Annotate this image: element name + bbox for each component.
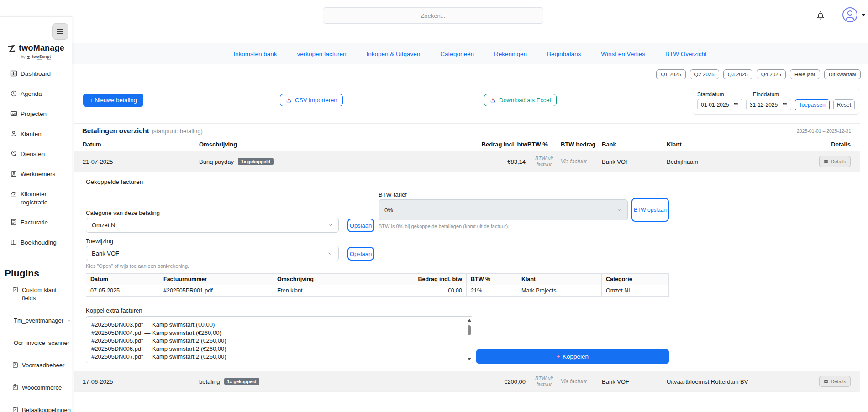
sidebar-item-klanten[interactable]: Klanten [10, 130, 72, 138]
app-root: { "topbar": { "search_placeholder": "Zoe… [0, 0, 868, 412]
row-btw-bedrag: Via factuur [561, 158, 602, 165]
book-icon [10, 239, 17, 246]
row-datum: 21-07-2025 [83, 158, 199, 165]
calendar-icon [733, 102, 739, 108]
sidebar-item-boekhouding[interactable]: Boekhouding [10, 239, 72, 247]
clipboard-icon [12, 361, 19, 368]
startdatum-label: Startdatum [697, 91, 724, 98]
plugin-item-clipped[interactable]: Betaalkoppelingen [12, 406, 72, 412]
period-range: 2025-01-01 – 2025-12-31 [797, 128, 851, 134]
sidebar-item-projecten[interactable]: Projecten [10, 110, 72, 118]
card-subtitle: (startpunt: betaling) [152, 128, 203, 135]
whole-year-button[interactable]: Hele jaar [790, 69, 820, 79]
row-omschrijving: Bunq payday1x gekoppeld [199, 158, 452, 165]
sidebar-item-dashboard[interactable]: Dashboard [10, 70, 72, 78]
logo-subtitle: by twoScript [0, 54, 72, 60]
listbox-scrollbar[interactable] [466, 317, 473, 363]
koppel-extra-label: Koppel extra facturen [86, 307, 142, 314]
scroll-up-icon[interactable] [468, 319, 471, 322]
toewijzing-save-button[interactable]: Opslaan [347, 247, 374, 261]
apply-button[interactable]: Toepassen [795, 99, 830, 110]
new-payment-button[interactable]: + Nieuwe betaling [83, 94, 143, 107]
topbar [0, 0, 868, 43]
plugin-item-woocommerce[interactable]: Woocommerce [12, 384, 72, 392]
sidebar-item-facturatie[interactable]: Facturatie [10, 219, 72, 227]
plugin-item-voorraadbeheer[interactable]: Voorraadbeheer [12, 361, 72, 370]
notifications-bell-icon[interactable] [815, 10, 826, 21]
invoice-option[interactable]: #202505DN006.pdf — Kamp swimstart 2 (€26… [86, 345, 473, 353]
search-input[interactable] [323, 7, 543, 24]
invoice-option[interactable]: #202505DN003.pdf — Kamp swimstart (€0,00… [86, 321, 473, 329]
tab-beginbalans[interactable]: Beginbalans [547, 51, 581, 57]
sidebar-item-agenda[interactable]: Agenda [10, 90, 72, 98]
menu-toggle-button[interactable] [52, 23, 68, 40]
details-icon [824, 379, 828, 384]
btw-save-button[interactable]: BTW opslaan [631, 198, 669, 222]
scrollbar-thumb[interactable] [468, 325, 471, 335]
tab-winst-en-verlies[interactable]: Winst en Verlies [601, 51, 645, 57]
linked-invoices-header: Datum Factuurnummer Omschrijving Bedrag … [86, 274, 668, 285]
kilometer-icon [10, 190, 17, 198]
details-button[interactable]: Details [819, 376, 851, 387]
download-icon [490, 97, 496, 103]
row-btw-pct: BTW uitfactuur [527, 156, 561, 167]
excel-download-button[interactable]: Download als Excel [484, 94, 557, 106]
payment-row[interactable]: 21-07-2025 Bunq payday1x gekoppeld €83,1… [74, 151, 860, 172]
koppelen-button[interactable]: +Koppelen [476, 349, 669, 364]
invoice-option[interactable]: #202505DN008.pdf — Kamp swimstart 2 (€26… [86, 361, 473, 364]
linked-invoices-title: Gekoppelde facturen [86, 178, 143, 185]
btw-tarief-select[interactable]: 0% [379, 199, 628, 220]
sidebar-item-werknemers[interactable]: Werknemers [10, 170, 72, 178]
quarter-q1-button[interactable]: Q1 2025 [656, 69, 685, 79]
details-button[interactable]: Details [819, 156, 851, 167]
sidebar-item-diensten[interactable]: Diensten [10, 150, 72, 158]
plugin-item-tm-eventmanager[interactable]: Tm_eventmanager [12, 317, 72, 325]
row-bank: Bank VOF [602, 158, 667, 165]
quarter-q4-button[interactable]: Q4 2025 [757, 69, 786, 79]
user-menu-caret-icon [862, 14, 865, 16]
tab-categorieen[interactable]: Categorieën [440, 51, 474, 57]
user-menu[interactable] [842, 6, 865, 24]
employees-icon [10, 170, 17, 177]
quarter-filter-bar: Q1 2025 Q2 2025 Q3 2025 Q4 2025 Hele jaa… [656, 69, 861, 79]
plugin-item-ocr-invoice-scanner[interactable]: Ocr_invoice_scanner [12, 339, 72, 347]
row-bedrag: €83,14 [452, 158, 527, 165]
plugin-item-custom-klant-fields[interactable]: Custom klant fields [12, 286, 72, 302]
logo-mini-icon [26, 55, 31, 59]
scroll-down-icon[interactable] [468, 358, 471, 360]
logo: twoManage by twoScript [0, 43, 72, 60]
category-save-button[interactable]: Opslaan [347, 219, 374, 232]
startdatum-input[interactable]: 01-01-2025 [697, 99, 742, 110]
row-bank: Bank VOF [602, 378, 667, 385]
csv-import-button[interactable]: CSV importeren [280, 94, 343, 106]
toewijzing-help-text: Kies "Open" of wijs toe aan een bankreke… [86, 263, 189, 269]
einddatum-label: Einddatum [753, 91, 779, 98]
payments-header-row: Datum Omschrijving Bedrag incl. btw BTW … [74, 138, 860, 151]
tab-rekeningen[interactable]: Rekeningen [494, 51, 527, 57]
tab-inkopen-uitgaven[interactable]: Inkopen & Uitgaven [367, 51, 421, 57]
tab-btw-overzicht[interactable]: BTW Overzicht [665, 51, 707, 57]
quarter-q2-button[interactable]: Q2 2025 [690, 69, 719, 79]
linked-invoices-table: Datum Factuurnummer Omschrijving Bedrag … [86, 273, 669, 297]
invoice-option[interactable]: #202505DN007.pdf — Kamp swimstart 2 (€26… [86, 353, 473, 361]
invoice-option[interactable]: #202505DN004.pdf — Kamp swimstart (€260,… [86, 329, 473, 337]
einddatum-input[interactable]: 31-12-2025 [746, 99, 791, 110]
this-quarter-button[interactable]: Dit kwartaal [824, 69, 861, 79]
tab-inkomsten-bank[interactable]: Inkomsten bank [233, 51, 277, 57]
card-title-row: Betalingen overzicht(startpunt: betaling… [74, 124, 860, 138]
payment-row[interactable]: 17-06-2025 betaling1x gekoppeld €200,00 … [74, 371, 860, 392]
date-filter-panel: Startdatum Einddatum 01-01-2025 31-12-20… [693, 89, 859, 115]
row-btw-bedrag: Via factuur [561, 378, 602, 385]
tab-verkopen-facturen[interactable]: verkopen facturen [297, 51, 346, 57]
extra-invoices-listbox[interactable]: #202505DN003.pdf — Kamp swimstart (€0,00… [86, 316, 473, 363]
sidebar-item-kilometer-registratie[interactable]: Kilometer registratie [10, 190, 72, 207]
import-icon [286, 97, 292, 103]
details-icon [824, 159, 828, 164]
toewijzing-select[interactable]: Bank VOF [86, 246, 339, 261]
plugins-heading: Plugins [0, 268, 72, 279]
invoice-option[interactable]: #202505DN005.pdf — Kamp swimstart 2 (€26… [86, 337, 473, 345]
category-select[interactable]: Omzet NL [86, 218, 339, 233]
reset-button[interactable]: Reset [833, 99, 855, 110]
linked-invoice-row[interactable]: 07-05-2025 #202505PR001.pdf Eten klant €… [86, 285, 668, 296]
quarter-q3-button[interactable]: Q3 2025 [723, 69, 752, 79]
